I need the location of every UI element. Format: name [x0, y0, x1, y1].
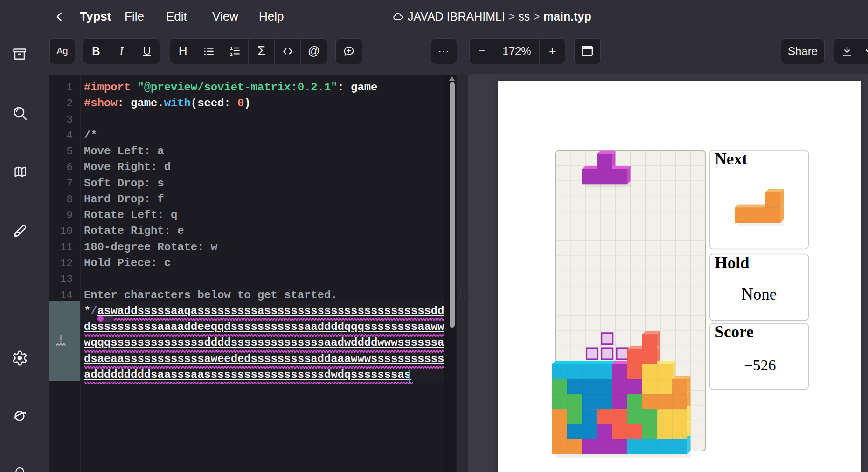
- svg-text:2: 2: [230, 52, 233, 57]
- svg-text:−526: −526: [744, 357, 776, 374]
- svg-text:Next: Next: [715, 150, 748, 168]
- svg-text:Hold: Hold: [715, 254, 750, 272]
- svg-text:Score: Score: [715, 323, 754, 341]
- svg-text:1: 1: [230, 46, 233, 51]
- svg-text:None: None: [741, 285, 777, 303]
